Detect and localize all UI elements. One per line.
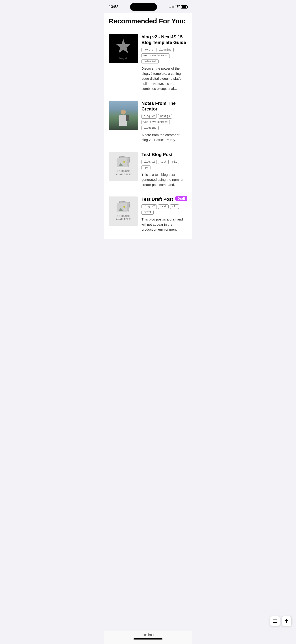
post-excerpt-1: Discover the power of the blog.v2 templa…	[142, 66, 187, 92]
tags-container-2: blog.v2 nextjs web development blogging	[142, 114, 187, 130]
photo-person	[109, 100, 138, 130]
star-label: blog.v2	[119, 57, 127, 60]
post-item[interactable]: blog.v2 blog.v2 - NextJS 15 Blog Templat…	[109, 30, 187, 96]
status-time: 13:53	[109, 5, 118, 9]
no-image-icon	[117, 156, 130, 168]
tag[interactable]: blog.v2	[142, 204, 157, 209]
post-title-row-4: Test Draft Post Draft	[142, 196, 187, 202]
post-title-row-2: Notes From The Creator	[142, 100, 187, 112]
post-details-1: blog.v2 - NextJS 15 Blog Template Guide …	[142, 34, 187, 92]
status-icons	[169, 5, 187, 9]
post-thumbnail-3: NO IMAGEAVAILABLE	[109, 152, 138, 181]
page-content: Recommended For You: blog.v2 blog.v2 - N…	[104, 12, 192, 239]
post-thumbnail-2	[109, 100, 138, 130]
dynamic-island	[130, 3, 157, 11]
post-title-3: Test Blog Post	[142, 152, 187, 158]
photo-mountain	[118, 208, 123, 211]
page-title: Recommended For You:	[109, 12, 187, 28]
no-image-text: NO IMAGEAVAILABLE	[116, 214, 131, 221]
photo-sun	[123, 206, 125, 208]
tag[interactable]: blogging	[156, 48, 173, 52]
signal-icon	[169, 6, 174, 8]
tag[interactable]: nextjs	[158, 114, 172, 118]
post-title-4: Test Draft Post	[142, 196, 173, 202]
tags-container-3: blog.v2 test cli npm	[142, 160, 187, 170]
post-excerpt-2: A note from the creator of blog.v2, Patr…	[142, 132, 187, 142]
home-indicator	[134, 638, 162, 640]
status-bar: 13:53	[104, 0, 192, 12]
tag[interactable]: cli	[170, 160, 179, 164]
tag[interactable]: blog.v2	[142, 160, 157, 164]
tag[interactable]: draft	[142, 210, 153, 215]
post-item[interactable]: NO IMAGEAVAILABLE Test Draft Post Draft …	[109, 192, 187, 237]
post-title-row-1: blog.v2 - NextJS 15 Blog Template Guide	[142, 34, 187, 45]
post-title-1: blog.v2 - NextJS 15 Blog Template Guide	[142, 34, 187, 45]
battery-icon	[181, 6, 187, 8]
post-details-2: Notes From The Creator blog.v2 nextjs we…	[142, 100, 187, 142]
post-item[interactable]: NO IMAGEAVAILABLE Test Blog Post blog.v2…	[109, 147, 187, 192]
tag[interactable]: blog.v2	[142, 114, 157, 118]
photo-mountain	[118, 163, 123, 166]
tag[interactable]: blogging	[142, 126, 158, 130]
photo-frame-front	[117, 158, 127, 167]
post-list: blog.v2 blog.v2 - NextJS 15 Blog Templat…	[109, 28, 187, 239]
tags-container-4: blog.v2 test cli draft	[142, 204, 187, 215]
browser-bar: localhost	[104, 631, 192, 644]
post-details-3: Test Blog Post blog.v2 test cli npm This…	[142, 152, 187, 188]
photo-frame-front	[117, 203, 127, 212]
person-silhouette	[118, 110, 129, 128]
tag[interactable]: tutorial	[142, 59, 158, 64]
post-title-row-3: Test Blog Post	[142, 152, 187, 158]
tag[interactable]: web development	[142, 54, 170, 58]
tag[interactable]: cli	[170, 204, 179, 209]
browser-url: localhost	[109, 633, 187, 636]
post-excerpt-4: This blog post is a draft and will not a…	[142, 217, 187, 232]
tag[interactable]: test	[158, 204, 169, 209]
post-title-2: Notes From The Creator	[142, 100, 187, 112]
person-head	[121, 110, 126, 114]
post-thumbnail-4: NO IMAGEAVAILABLE	[109, 196, 138, 226]
wifi-icon	[176, 5, 180, 9]
post-item[interactable]: Notes From The Creator blog.v2 nextjs we…	[109, 96, 187, 147]
person-backpack	[126, 115, 129, 121]
post-excerpt-3: This is a test blog post generated using…	[142, 172, 187, 188]
tag[interactable]: npm	[142, 166, 150, 170]
photo-sun	[123, 161, 125, 163]
post-thumbnail-1: blog.v2	[109, 34, 138, 63]
no-image-text: NO IMAGEAVAILABLE	[116, 170, 131, 176]
draft-badge: Draft	[175, 196, 187, 201]
tag[interactable]: test	[158, 160, 169, 164]
post-details-4: Test Draft Post Draft blog.v2 test cli d…	[142, 196, 187, 232]
no-image-icon	[117, 202, 130, 213]
star-image: blog.v2	[109, 34, 138, 63]
tag[interactable]: nextjs	[142, 48, 155, 52]
tag[interactable]: web development	[142, 120, 170, 124]
tags-container-1: nextjs blogging web development tutorial	[142, 48, 187, 64]
